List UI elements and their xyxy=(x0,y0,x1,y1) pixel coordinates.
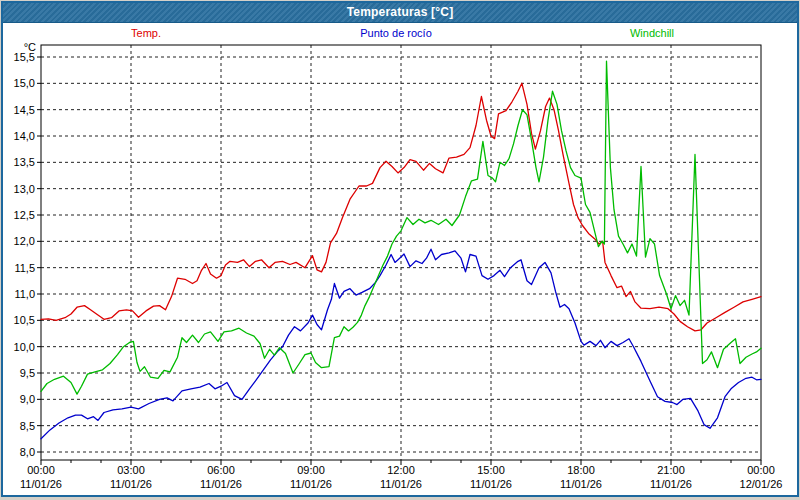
chart-window: Temperaturas [°C] xyxy=(1,1,799,497)
window-title: Temperaturas [°C] xyxy=(347,5,454,19)
legend-item-dew-point: Punto de rocío xyxy=(360,27,432,39)
weather-app-window: { "window": { "title": "Temperaturas [°C… xyxy=(0,0,800,500)
window-title-bar: Temperaturas [°C] xyxy=(3,3,797,23)
legend-item-windchill: Windchill xyxy=(630,27,674,39)
legend-item-temp: Temp. xyxy=(131,27,161,39)
